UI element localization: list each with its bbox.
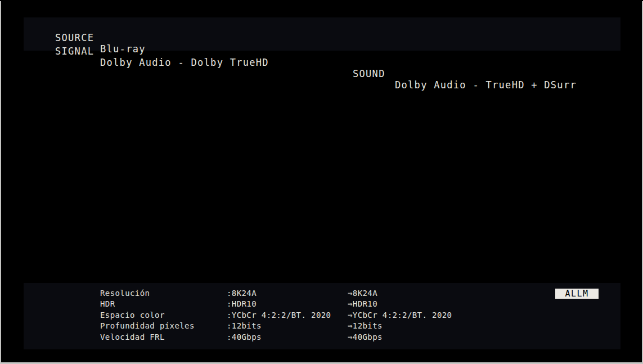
signal-info-band: SOURCE Blu-ray SIGNAL Dolby Audio - Dolb…	[24, 17, 620, 51]
sound-label: SOUND	[353, 68, 385, 79]
table-row-hdr: HDR :HDR10 ⇒HDR10	[24, 299, 620, 309]
row-label: HDR	[100, 299, 115, 309]
row-input-value: :12bits	[227, 321, 262, 331]
row-output-value: ⇒40Gbps	[348, 332, 383, 343]
row-input-value: :YCbCr 4:2:2/BT. 2020	[227, 310, 331, 321]
row-label: Velocidad FRL	[100, 332, 165, 343]
sound-value: Dolby Audio - TrueHD + DSurr	[395, 79, 577, 91]
source-line: SOURCE Blu-ray	[24, 21, 620, 32]
row-output-value: ⇒YCbCr 4:2:2/BT. 2020	[348, 310, 452, 321]
osd-screen: SOURCE Blu-ray SIGNAL Dolby Audio - Dolb…	[0, 0, 643, 364]
video-format-table: Resolución :8K24A ⇒8K24A HDR :HDR10 ⇒HDR…	[24, 288, 620, 343]
table-row-color-space: Espacio color :YCbCr 4:2:2/BT. 2020 ⇒YCb…	[24, 310, 620, 321]
signal-sound-line: SIGNAL Dolby Audio - Dolby TrueHD SOUND …	[24, 34, 620, 46]
table-row-frl-rate: Velocidad FRL :40Gbps ⇒40Gbps	[24, 332, 620, 343]
table-row-pixel-depth: Profundidad píxeles :12bits ⇒12bits	[24, 321, 620, 331]
signal-value: Dolby Audio - Dolby TrueHD	[100, 57, 269, 68]
screen-frame-left	[0, 1, 1, 364]
video-format-band: Resolución :8K24A ⇒8K24A HDR :HDR10 ⇒HDR…	[24, 283, 620, 349]
row-label: Profundidad píxeles	[100, 321, 195, 331]
row-input-value: :HDR10	[227, 299, 257, 309]
table-row-resolution: Resolución :8K24A ⇒8K24A	[24, 288, 620, 299]
allm-badge: ALLM	[555, 289, 599, 299]
row-output-value: ⇒8K24A	[348, 288, 377, 299]
row-label: Espacio color	[100, 310, 165, 321]
row-output-value: ⇒12bits	[348, 321, 383, 331]
row-input-value: :40Gbps	[227, 332, 262, 343]
row-label: Resolución	[100, 288, 150, 299]
row-output-value: ⇒HDR10	[348, 299, 377, 309]
signal-label: SIGNAL	[55, 46, 94, 57]
row-input-value: :8K24A	[227, 288, 257, 299]
